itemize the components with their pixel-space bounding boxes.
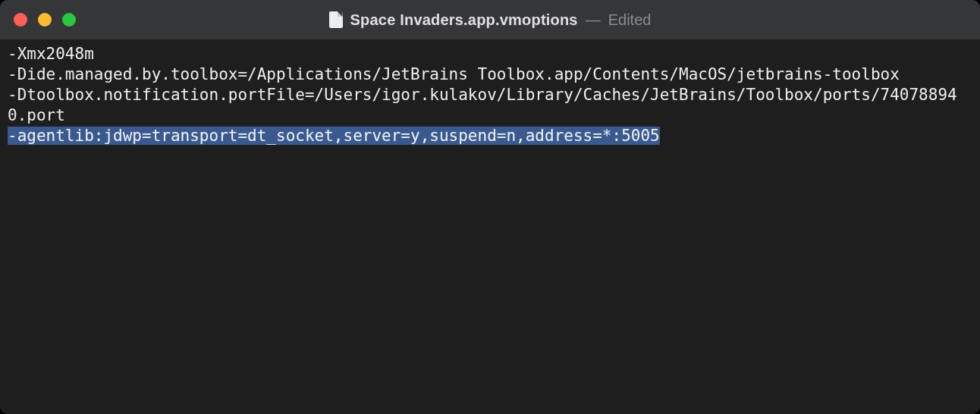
editor-line[interactable]: -Dide.managed.by.toolbox=/Applications/J… [8,64,972,85]
selected-text[interactable]: -agentlib:jdwp=transport=dt_socket,serve… [8,127,660,145]
editor-line-selected[interactable]: -agentlib:jdwp=transport=dt_socket,serve… [8,126,972,146]
editor-line[interactable]: -Xmx2048m [8,44,972,64]
text-editor[interactable]: -Xmx2048m-Dide.managed.by.toolbox=/Appli… [0,39,980,414]
window-controls [0,13,76,27]
editor-window: Space Invaders.app.vmoptions — Edited -X… [0,0,980,414]
zoom-icon[interactable] [62,13,76,27]
document-icon [329,11,343,28]
title-separator: — [586,11,601,29]
minimize-icon[interactable] [38,13,52,27]
edited-status: Edited [608,11,652,29]
title-area: Space Invaders.app.vmoptions — Edited [0,11,980,29]
close-icon[interactable] [14,13,27,27]
editor-line[interactable]: -Dtoolbox.notification.portFile=/Users/i… [8,85,972,126]
document-title: Space Invaders.app.vmoptions [350,11,578,29]
titlebar[interactable]: Space Invaders.app.vmoptions — Edited [0,0,980,39]
